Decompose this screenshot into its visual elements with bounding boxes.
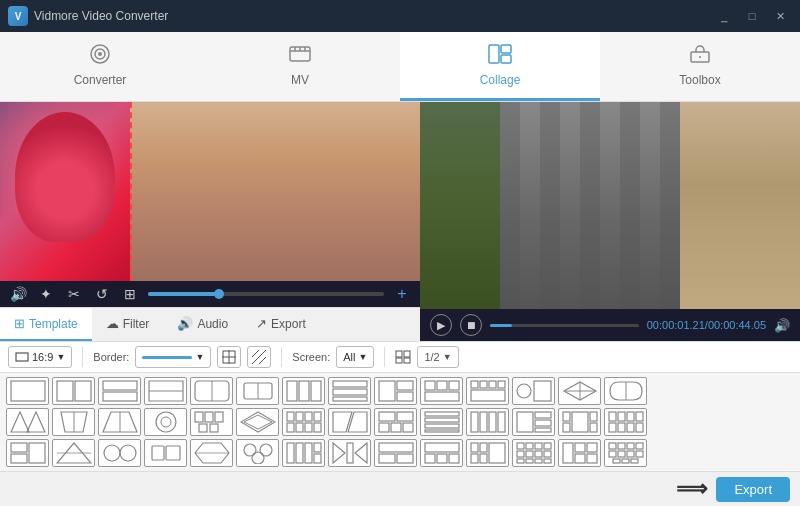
tab-converter[interactable]: Converter <box>0 32 200 101</box>
template-cell[interactable] <box>328 408 371 436</box>
export-button[interactable]: Export <box>716 477 790 502</box>
template-cell[interactable] <box>98 377 141 405</box>
template-cell[interactable] <box>6 377 49 405</box>
tab-audio[interactable]: 🔊 Audio <box>163 308 242 341</box>
svg-rect-140 <box>425 454 435 463</box>
template-cell[interactable] <box>190 408 233 436</box>
border-color-picker[interactable]: ▼ <box>135 346 211 368</box>
template-cell[interactable] <box>328 439 371 467</box>
template-cell[interactable] <box>604 377 647 405</box>
template-cell[interactable] <box>190 377 233 405</box>
screen-value: All <box>343 351 355 363</box>
stop-btn[interactable]: ⏹ <box>460 314 482 336</box>
template-cell[interactable] <box>52 439 95 467</box>
close-button[interactable]: ✕ <box>768 7 792 25</box>
tab-toolbox[interactable]: Toolbox <box>600 32 800 101</box>
template-cell[interactable] <box>466 439 509 467</box>
tab-mv[interactable]: MV <box>200 32 400 101</box>
template-cell[interactable] <box>98 408 141 436</box>
svg-point-126 <box>260 444 272 456</box>
right-volume-icon[interactable]: 🔊 <box>774 318 790 333</box>
template-cell[interactable] <box>420 439 463 467</box>
tab-template[interactable]: ⊞ Template <box>0 308 92 341</box>
timeline-bar[interactable] <box>148 292 384 296</box>
template-cell[interactable] <box>558 408 601 436</box>
template-cell[interactable] <box>374 439 417 467</box>
split-line[interactable] <box>130 102 132 281</box>
volume-ctrl-btn[interactable]: 🔊 <box>8 286 28 302</box>
page-indicator[interactable]: 1/2 ▼ <box>417 346 458 368</box>
titlebar-left: V Vidmore Video Converter <box>8 6 168 26</box>
template-cell[interactable] <box>558 377 601 405</box>
template-cell[interactable] <box>52 377 95 405</box>
template-cell[interactable] <box>466 377 509 405</box>
grid-icon-btn[interactable] <box>217 346 241 368</box>
timeline-thumb[interactable] <box>214 289 224 299</box>
template-cell[interactable] <box>604 439 647 467</box>
svg-rect-89 <box>425 412 459 416</box>
template-cell[interactable] <box>328 377 371 405</box>
hatch-icon-btn[interactable] <box>247 346 271 368</box>
template-cell[interactable] <box>144 377 187 405</box>
template-cell[interactable] <box>190 439 233 467</box>
template-cell[interactable] <box>6 408 49 436</box>
template-cell[interactable] <box>466 408 509 436</box>
template-cell[interactable] <box>144 439 187 467</box>
screen-dropdown[interactable]: All ▼ <box>336 346 374 368</box>
right-progress-bar[interactable] <box>490 324 639 327</box>
template-cell[interactable] <box>558 439 601 467</box>
undo-btn[interactable]: ↺ <box>92 286 112 302</box>
template-cell[interactable] <box>512 377 555 405</box>
divider2 <box>281 347 282 367</box>
play-btn[interactable]: ▶ <box>430 314 452 336</box>
svg-rect-147 <box>480 454 487 463</box>
template-cell[interactable] <box>236 377 279 405</box>
minimize-button[interactable]: ⎯ <box>712 7 736 25</box>
template-cell[interactable] <box>236 408 279 436</box>
template-cell[interactable] <box>512 408 555 436</box>
template-cell[interactable] <box>420 377 463 405</box>
template-cell[interactable] <box>512 439 555 467</box>
svg-rect-40 <box>333 397 367 401</box>
template-cell[interactable] <box>604 408 647 436</box>
template-cell[interactable] <box>282 408 325 436</box>
tab-export-left[interactable]: ↗ Export <box>242 308 320 341</box>
nav-tabs: Converter MV Collage Toolbox <box>0 32 800 102</box>
svg-rect-41 <box>379 381 395 401</box>
border-label: Border: <box>93 351 129 363</box>
export-strip: ⟹ Export <box>0 471 800 506</box>
template-cell[interactable] <box>144 408 187 436</box>
ratio-button[interactable]: 16:9 ▼ <box>8 346 72 368</box>
svg-rect-110 <box>609 423 616 432</box>
more-btn[interactable]: ⊞ <box>120 286 140 302</box>
maximize-button[interactable]: □ <box>740 7 764 25</box>
template-cell[interactable] <box>374 377 417 405</box>
svg-rect-163 <box>575 454 585 463</box>
right-preview <box>420 102 800 309</box>
template-cell[interactable] <box>52 408 95 436</box>
add-clip-btn[interactable]: + <box>392 285 412 303</box>
template-cell[interactable] <box>420 408 463 436</box>
export-arrow-icon: ⟹ <box>676 476 708 502</box>
star-btn[interactable]: ✦ <box>36 286 56 302</box>
svg-marker-60 <box>27 412 45 432</box>
tab-filter[interactable]: ☁ Filter <box>92 308 164 341</box>
svg-rect-109 <box>636 412 643 421</box>
svg-rect-164 <box>587 454 597 463</box>
svg-rect-48 <box>471 381 478 388</box>
svg-rect-108 <box>627 412 634 421</box>
tab-collage[interactable]: Collage <box>400 32 600 101</box>
svg-rect-122 <box>166 446 180 460</box>
left-panel-tabs: ⊞ Template ☁ Filter 🔊 Audio ↗ Export <box>0 307 420 341</box>
template-cell[interactable] <box>374 408 417 436</box>
svg-rect-25 <box>57 381 73 401</box>
scissors-btn[interactable]: ✂ <box>64 286 84 302</box>
svg-rect-80 <box>305 423 312 432</box>
template-cell[interactable] <box>282 439 325 467</box>
template-cell[interactable] <box>282 377 325 405</box>
template-cell[interactable] <box>6 439 49 467</box>
template-cell[interactable] <box>236 439 279 467</box>
svg-rect-10 <box>501 55 511 63</box>
template-cell[interactable] <box>98 439 141 467</box>
svg-rect-170 <box>618 451 625 457</box>
